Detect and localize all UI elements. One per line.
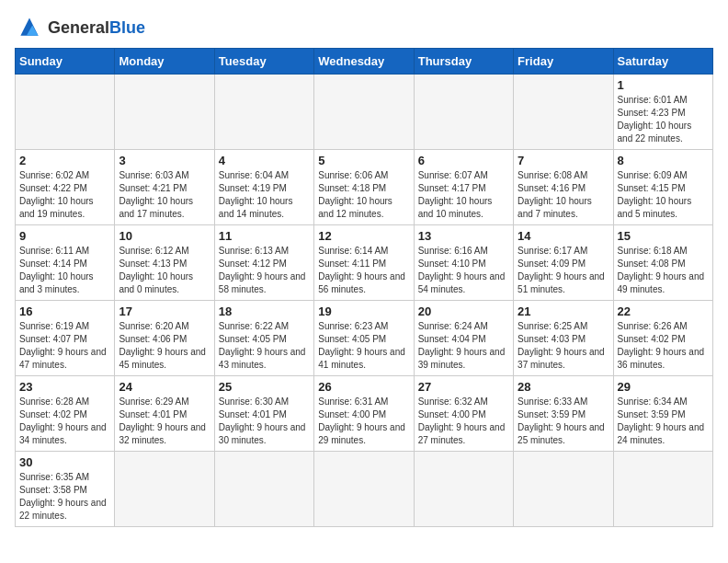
- calendar-cell: 21Sunrise: 6:25 AM Sunset: 4:03 PM Dayli…: [514, 301, 613, 376]
- day-info: Sunrise: 6:33 AM Sunset: 3:59 PM Dayligh…: [518, 396, 609, 447]
- weekday-header-wednesday: Wednesday: [314, 49, 414, 75]
- day-info: Sunrise: 6:31 AM Sunset: 4:00 PM Dayligh…: [318, 396, 409, 447]
- weekday-header-tuesday: Tuesday: [214, 49, 313, 75]
- day-number: 12: [318, 229, 409, 243]
- calendar-cell: 1Sunrise: 6:01 AM Sunset: 4:23 PM Daylig…: [613, 75, 712, 150]
- day-info: Sunrise: 6:08 AM Sunset: 4:16 PM Dayligh…: [518, 169, 609, 221]
- day-number: 10: [119, 229, 210, 243]
- calendar-cell: [314, 75, 414, 150]
- calendar-cell: 6Sunrise: 6:07 AM Sunset: 4:17 PM Daylig…: [414, 150, 513, 225]
- calendar-cell: [414, 75, 513, 150]
- day-number: 5: [318, 154, 409, 167]
- day-info: Sunrise: 6:07 AM Sunset: 4:17 PM Dayligh…: [418, 169, 509, 221]
- calendar-cell: [214, 75, 313, 150]
- calendar-cell: 10Sunrise: 6:12 AM Sunset: 4:13 PM Dayli…: [115, 225, 214, 301]
- day-info: Sunrise: 6:02 AM Sunset: 4:22 PM Dayligh…: [19, 169, 110, 221]
- day-number: 7: [518, 154, 609, 167]
- week-row-2: 9Sunrise: 6:11 AM Sunset: 4:14 PM Daylig…: [16, 225, 713, 301]
- calendar-cell: [613, 452, 712, 527]
- day-info: Sunrise: 6:11 AM Sunset: 4:14 PM Dayligh…: [19, 245, 110, 296]
- calendar-cell: 8Sunrise: 6:09 AM Sunset: 4:15 PM Daylig…: [613, 150, 712, 225]
- weekday-header-saturday: Saturday: [613, 49, 712, 75]
- day-info: Sunrise: 6:03 AM Sunset: 4:21 PM Dayligh…: [119, 169, 210, 221]
- day-number: 27: [418, 380, 509, 394]
- day-number: 9: [19, 229, 110, 243]
- logo-text: GeneralBlue: [48, 18, 145, 38]
- calendar-cell: 4Sunrise: 6:04 AM Sunset: 4:19 PM Daylig…: [214, 150, 313, 225]
- week-row-0: 1Sunrise: 6:01 AM Sunset: 4:23 PM Daylig…: [16, 75, 713, 150]
- weekday-header-friday: Friday: [514, 49, 613, 75]
- day-number: 16: [19, 304, 110, 318]
- calendar-table: SundayMondayTuesdayWednesdayThursdayFrid…: [15, 48, 713, 527]
- calendar-cell: 5Sunrise: 6:06 AM Sunset: 4:18 PM Daylig…: [314, 150, 414, 225]
- day-info: Sunrise: 6:26 AM Sunset: 4:02 PM Dayligh…: [618, 320, 709, 372]
- day-number: 25: [219, 380, 310, 394]
- day-info: Sunrise: 6:34 AM Sunset: 3:59 PM Dayligh…: [618, 396, 709, 447]
- day-number: 30: [19, 455, 110, 469]
- day-number: 3: [119, 154, 210, 167]
- day-info: Sunrise: 6:35 AM Sunset: 3:58 PM Dayligh…: [19, 471, 110, 523]
- week-row-1: 2Sunrise: 6:02 AM Sunset: 4:22 PM Daylig…: [16, 150, 713, 225]
- calendar-cell: 11Sunrise: 6:13 AM Sunset: 4:12 PM Dayli…: [214, 225, 313, 301]
- page-header: GeneralBlue: [15, 15, 713, 40]
- day-info: Sunrise: 6:06 AM Sunset: 4:18 PM Dayligh…: [318, 169, 409, 221]
- calendar-cell: 9Sunrise: 6:11 AM Sunset: 4:14 PM Daylig…: [16, 225, 115, 301]
- day-info: Sunrise: 6:24 AM Sunset: 4:04 PM Dayligh…: [418, 320, 509, 372]
- day-number: 28: [518, 380, 609, 394]
- day-number: 17: [119, 304, 210, 318]
- weekday-header-monday: Monday: [115, 49, 214, 75]
- day-info: Sunrise: 6:22 AM Sunset: 4:05 PM Dayligh…: [219, 320, 310, 372]
- day-info: Sunrise: 6:14 AM Sunset: 4:11 PM Dayligh…: [318, 245, 409, 296]
- day-number: 2: [19, 154, 110, 167]
- calendar-cell: 20Sunrise: 6:24 AM Sunset: 4:04 PM Dayli…: [414, 301, 513, 376]
- day-info: Sunrise: 6:13 AM Sunset: 4:12 PM Dayligh…: [219, 245, 310, 296]
- day-info: Sunrise: 6:28 AM Sunset: 4:02 PM Dayligh…: [19, 396, 110, 447]
- day-number: 24: [119, 380, 210, 394]
- week-row-4: 23Sunrise: 6:28 AM Sunset: 4:02 PM Dayli…: [16, 376, 713, 452]
- day-info: Sunrise: 6:01 AM Sunset: 4:23 PM Dayligh…: [618, 94, 709, 145]
- day-number: 4: [219, 154, 310, 167]
- day-number: 1: [618, 78, 709, 92]
- day-info: Sunrise: 6:12 AM Sunset: 4:13 PM Dayligh…: [119, 245, 210, 296]
- day-number: 26: [318, 380, 409, 394]
- day-number: 21: [518, 304, 609, 318]
- calendar-cell: 3Sunrise: 6:03 AM Sunset: 4:21 PM Daylig…: [115, 150, 214, 225]
- day-number: 15: [618, 229, 709, 243]
- calendar-cell: 17Sunrise: 6:20 AM Sunset: 4:06 PM Dayli…: [115, 301, 214, 376]
- day-number: 18: [219, 304, 310, 318]
- day-number: 14: [518, 229, 609, 243]
- calendar-cell: [16, 75, 115, 150]
- calendar-cell: [214, 452, 313, 527]
- day-info: Sunrise: 6:30 AM Sunset: 4:01 PM Dayligh…: [219, 396, 310, 447]
- calendar-cell: 15Sunrise: 6:18 AM Sunset: 4:08 PM Dayli…: [613, 225, 712, 301]
- day-number: 13: [418, 229, 509, 243]
- weekday-header-sunday: Sunday: [16, 49, 115, 75]
- day-number: 11: [219, 229, 310, 243]
- weekday-header-row: SundayMondayTuesdayWednesdayThursdayFrid…: [16, 49, 713, 75]
- week-row-5: 30Sunrise: 6:35 AM Sunset: 3:58 PM Dayli…: [16, 452, 713, 527]
- day-info: Sunrise: 6:18 AM Sunset: 4:08 PM Dayligh…: [618, 245, 709, 296]
- calendar-cell: 14Sunrise: 6:17 AM Sunset: 4:09 PM Dayli…: [514, 225, 613, 301]
- calendar-cell: 25Sunrise: 6:30 AM Sunset: 4:01 PM Dayli…: [214, 376, 313, 452]
- calendar-cell: [115, 452, 214, 527]
- calendar-cell: [514, 75, 613, 150]
- calendar-cell: 28Sunrise: 6:33 AM Sunset: 3:59 PM Dayli…: [514, 376, 613, 452]
- day-number: 19: [318, 304, 409, 318]
- calendar-cell: 18Sunrise: 6:22 AM Sunset: 4:05 PM Dayli…: [214, 301, 313, 376]
- calendar-cell: 19Sunrise: 6:23 AM Sunset: 4:05 PM Dayli…: [314, 301, 414, 376]
- day-number: 20: [418, 304, 509, 318]
- calendar-cell: [414, 452, 513, 527]
- day-number: 29: [618, 380, 709, 394]
- day-info: Sunrise: 6:29 AM Sunset: 4:01 PM Dayligh…: [119, 396, 210, 447]
- calendar-cell: 7Sunrise: 6:08 AM Sunset: 4:16 PM Daylig…: [514, 150, 613, 225]
- day-number: 22: [618, 304, 709, 318]
- day-info: Sunrise: 6:19 AM Sunset: 4:07 PM Dayligh…: [19, 320, 110, 372]
- day-info: Sunrise: 6:04 AM Sunset: 4:19 PM Dayligh…: [219, 169, 310, 221]
- logo-icon: [15, 15, 44, 40]
- calendar-cell: 30Sunrise: 6:35 AM Sunset: 3:58 PM Dayli…: [16, 452, 115, 527]
- day-info: Sunrise: 6:09 AM Sunset: 4:15 PM Dayligh…: [618, 169, 709, 221]
- calendar-cell: [314, 452, 414, 527]
- logo: GeneralBlue: [15, 15, 145, 40]
- weekday-header-thursday: Thursday: [414, 49, 513, 75]
- calendar-cell: [514, 452, 613, 527]
